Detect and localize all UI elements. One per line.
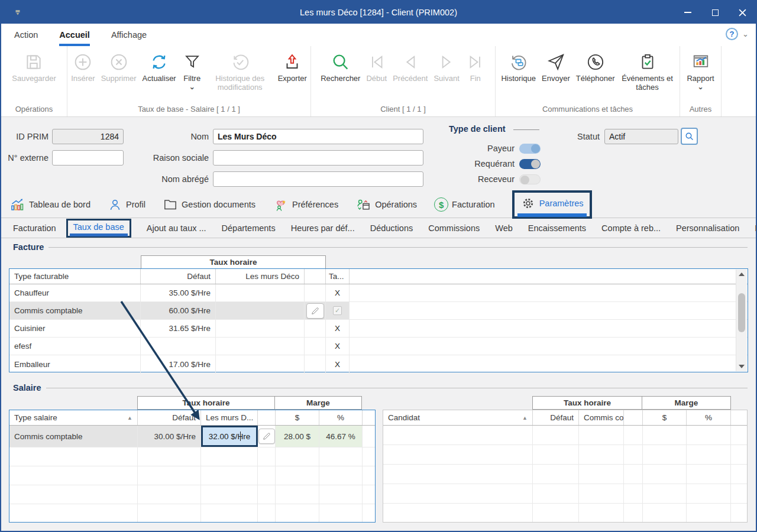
facture-section-title: Facture — [13, 242, 44, 252]
subtab-ajout-au-taux[interactable]: Ajout au taux ... — [147, 223, 206, 233]
send-button[interactable]: Envoyer — [539, 50, 573, 85]
subtab-departements[interactable]: Départements — [222, 223, 276, 233]
column-header-defaut[interactable]: Défaut — [533, 410, 579, 425]
next-record-button[interactable]: Suivant — [431, 50, 462, 85]
history-button[interactable]: Historique — [498, 50, 539, 85]
column-header-type-facturable[interactable]: Type facturable — [9, 269, 141, 284]
subtab-deductions[interactable]: Déductions — [370, 223, 413, 233]
nom-label: Nom — [161, 129, 209, 144]
receveur-toggle[interactable] — [519, 174, 541, 184]
table-row[interactable]: Chauffeur 35.00 $/Hre X — [9, 284, 748, 302]
subtab-commissions[interactable]: Commissions — [428, 223, 480, 233]
communications-history-icon — [509, 52, 529, 72]
history-modifications-button[interactable]: Historique des modifications — [205, 50, 275, 93]
table-row-selected[interactable]: Commis comptable 60.00 $/Hre ✓ — [9, 302, 748, 320]
column-header-defaut[interactable]: Défaut — [141, 269, 216, 284]
minimize-button[interactable] — [674, 1, 701, 24]
column-header-les-murs-deco[interactable]: Les murs Déco — [216, 269, 305, 284]
tab-profil[interactable]: Profil — [108, 197, 145, 212]
tab-gestion-documents[interactable]: Gestion documents — [163, 197, 255, 212]
ribbon-tab-affichage[interactable]: Affichage — [111, 24, 147, 46]
maximize-button[interactable] — [701, 1, 729, 24]
events-tasks-button[interactable]: Événements et tâches — [618, 50, 677, 93]
last-record-button[interactable]: Fin — [462, 50, 489, 85]
insert-button[interactable]: Insérer — [68, 50, 98, 85]
column-header-dollar[interactable]: $ — [643, 410, 687, 425]
tab-tableau-de-bord[interactable]: Tableau de bord — [9, 197, 90, 213]
report-chart-icon — [691, 52, 711, 72]
column-header-percent[interactable]: % — [687, 410, 731, 425]
column-header-defaut[interactable]: Défaut — [138, 410, 201, 425]
column-header-commis-co[interactable]: Commis co... — [579, 410, 624, 425]
person-calendar-icon — [355, 197, 371, 213]
nom-field[interactable] — [213, 129, 423, 144]
nom-abrege-label: Nom abrégé — [143, 171, 209, 187]
edit-rate-button[interactable] — [306, 303, 324, 319]
facture-table[interactable]: Type facturable Défaut Les murs Déco Ta.… — [9, 268, 748, 372]
client-rate-cell-highlighted[interactable]: 32.00 $/Hre — [201, 426, 258, 447]
export-button[interactable]: Exporter — [275, 50, 310, 85]
statut-field[interactable] — [604, 129, 678, 144]
id-prim-field[interactable] — [52, 129, 124, 144]
refresh-button[interactable]: Actualiser — [140, 50, 179, 85]
tab-operations[interactable]: Opérations — [355, 197, 417, 213]
requerant-toggle[interactable] — [519, 159, 541, 169]
subtab-web[interactable]: Web — [495, 223, 513, 233]
table-row[interactable]: Cuisinier 31.65 $/Hre X — [9, 320, 748, 338]
payeur-toggle[interactable] — [519, 144, 541, 154]
ribbon-tab-accueil[interactable]: Accueil — [59, 24, 90, 46]
empty-row — [9, 504, 375, 522]
report-button[interactable]: Rapport ⌄ — [684, 50, 717, 90]
tab-facturation[interactable]: $ Facturation — [434, 197, 495, 212]
raison-sociale-field[interactable] — [213, 150, 423, 166]
column-header-les-murs-d[interactable]: Les murs D... — [201, 410, 258, 425]
subtab-division-succursale[interactable]: Division/Succu... — [755, 223, 757, 233]
candidat-taux-horaire-header: Taux horaire — [532, 396, 642, 410]
salaire-data-row[interactable]: Commis comptable 30.00 $/Hre 32.00 $/Hre… — [9, 426, 375, 447]
sort-asc-icon[interactable]: ▲ — [522, 415, 528, 421]
column-header-ta[interactable]: Ta... — [326, 269, 350, 284]
salaire-section-title: Salaire — [13, 383, 41, 392]
column-header-dollar[interactable]: $ — [276, 410, 319, 425]
paper-plane-icon — [546, 52, 566, 72]
scroll-up-arrow[interactable] — [736, 270, 747, 279]
person-icon — [108, 197, 122, 212]
candidat-table[interactable]: Candidat▲ Défaut Commis co... $ % — [383, 410, 748, 523]
scroll-down-arrow[interactable] — [736, 362, 747, 371]
scrollbar-thumb[interactable] — [738, 293, 745, 332]
salaire-table[interactable]: Type salaire▲ Défaut Les murs D... $ % C… — [9, 410, 376, 523]
column-header-candidat[interactable]: Candidat▲ — [383, 410, 533, 425]
vertical-scrollbar[interactable] — [736, 270, 747, 371]
subtab-facturation[interactable]: Facturation — [13, 223, 56, 233]
previous-record-button[interactable]: Précédent — [390, 50, 431, 85]
subtab-encaissements[interactable]: Encaissements — [528, 223, 586, 233]
subtab-personnalisation[interactable]: Personnalisation — [676, 223, 739, 233]
help-icon[interactable]: ? — [726, 28, 738, 40]
delete-button[interactable]: Supprimer — [98, 50, 140, 85]
collapse-ribbon-icon[interactable]: ⌄ — [742, 30, 749, 38]
phone-button[interactable]: Téléphoner — [573, 50, 618, 85]
raison-sociale-label: Raison sociale — [143, 150, 209, 166]
nom-abrege-field[interactable] — [213, 171, 423, 187]
statut-lookup-button[interactable] — [681, 128, 698, 145]
tab-preferences[interactable]: Préférences — [273, 197, 338, 213]
table-row[interactable]: Emballeur 17.00 $/Hre X — [9, 355, 748, 374]
tab-parametres[interactable]: Paramètres — [512, 190, 592, 219]
first-record-button[interactable]: Début — [363, 50, 390, 85]
ribbon-tab-action[interactable]: Action — [14, 24, 38, 46]
filter-button[interactable]: Filtre ⌄ — [179, 50, 205, 90]
subtab-heures-par-defaut[interactable]: Heures par déf... — [291, 223, 355, 233]
ta-checkbox[interactable]: ✓ — [333, 306, 342, 315]
sort-asc-icon[interactable]: ▲ — [127, 415, 132, 421]
column-header-type-salaire[interactable]: Type salaire▲ — [9, 410, 138, 425]
floppy-icon — [24, 52, 44, 72]
table-row[interactable]: efesf X — [9, 338, 748, 355]
no-externe-field[interactable] — [52, 150, 124, 166]
subtab-compte-a-rebours[interactable]: Compte à reb... — [601, 223, 661, 233]
close-button[interactable] — [729, 1, 756, 24]
edit-salary-rate-button[interactable] — [258, 429, 275, 444]
save-button[interactable]: Sauvegarder — [9, 50, 59, 85]
search-button[interactable]: Rechercher — [318, 50, 363, 85]
subtab-taux-de-base[interactable]: Taux de base — [66, 219, 131, 238]
column-header-percent[interactable]: % — [319, 410, 363, 425]
